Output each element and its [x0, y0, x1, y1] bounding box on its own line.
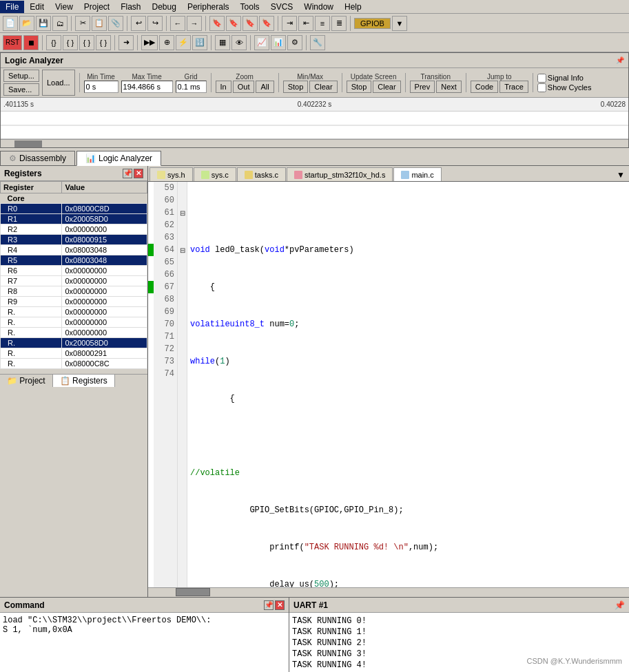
la-scrollbar[interactable] [1, 139, 628, 147]
indent2-button[interactable]: ≡ [315, 16, 330, 31]
table-row[interactable]: R. 0x00000000 [1, 328, 147, 338]
registers-pin-button[interactable]: 📌 [123, 169, 132, 178]
stop-button[interactable]: ⏹ [23, 35, 39, 50]
cursor-button[interactable]: ⊕ [159, 35, 174, 50]
menu-peripherals[interactable]: Peripherals [182, 1, 235, 13]
bookmark2-button[interactable]: 🔖 [226, 16, 241, 31]
table-row[interactable]: R1 0x200058D0 [1, 214, 147, 224]
extra1-button[interactable]: 🔧 [310, 35, 325, 50]
logic-button[interactable]: 📊 [271, 35, 286, 50]
brace2-button[interactable]: { } [63, 35, 78, 50]
gpiob-selector[interactable]: GPIOB [354, 18, 391, 29]
menu-file[interactable]: File [0, 1, 24, 13]
la-mintime-input[interactable] [84, 81, 118, 93]
la-minmax-stop-button[interactable]: Stop [283, 81, 309, 93]
la-minmax-clear-button[interactable]: Clear [309, 81, 337, 93]
new-button[interactable]: 📄 [3, 16, 18, 31]
brace4-button[interactable]: { } [96, 35, 111, 50]
table-row[interactable]: R0 0x08000C8D [1, 204, 147, 214]
bookmark-button[interactable]: 🔖 [209, 16, 225, 31]
run-to-button[interactable]: ▶▶ [141, 35, 158, 50]
outdent-button[interactable]: ⇤ [298, 16, 313, 31]
table-row[interactable]: R8 0x00000000 [1, 286, 147, 297]
more-button[interactable]: ⚙ [287, 35, 302, 50]
code-tab-main-c[interactable]: main.c [393, 167, 441, 181]
la-pin-icon[interactable]: 📌 [616, 56, 624, 64]
code-lines[interactable]: void led0_task(void*pvParameters) { vola… [187, 182, 629, 587]
table-row[interactable]: R. 0x08000291 [1, 348, 147, 359]
save-all-button[interactable]: 🗂 [52, 16, 68, 31]
tab-logic-analyzer[interactable]: 📊 Logic Analyzer [76, 151, 161, 166]
table-row[interactable]: R9 0x00000000 [1, 297, 147, 307]
paste-button[interactable]: 📎 [108, 16, 123, 31]
open-button[interactable]: 📂 [19, 16, 34, 31]
reset-button[interactable]: RST [3, 35, 22, 50]
brace1-button[interactable]: {} [46, 35, 61, 50]
reg-tab-project[interactable]: 📁 Project [0, 375, 53, 387]
table-row[interactable]: R. 0x08000C8C [1, 359, 147, 369]
cmd-content[interactable]: load "C:\\STM32\\project\\Freertos DEMO\… [0, 613, 289, 672]
nav-back-button[interactable]: ← [170, 16, 185, 31]
menu-project[interactable]: Project [79, 1, 115, 13]
bookmark4-button[interactable]: 🔖 [259, 16, 274, 31]
cmd-pin-button[interactable]: 📌 [264, 600, 274, 610]
bookmark3-button[interactable]: 🔖 [243, 16, 258, 31]
la-setup-button[interactable]: Setup... [3, 70, 39, 82]
code-editor-content[interactable]: 59 60 61 62 63 64 65 66 67 68 69 70 71 7… [148, 182, 629, 587]
registers-scroll[interactable]: Register Value Core R0 0x08000C8D R1 0x2… [0, 181, 147, 374]
menu-view[interactable]: View [50, 1, 79, 13]
table-row[interactable]: R. 0x00000000 [1, 307, 147, 317]
la-update-clear-button[interactable]: Clear [373, 81, 400, 93]
la-show-cycles-checkbox[interactable] [537, 83, 546, 92]
la-save-button[interactable]: Save... [3, 83, 39, 96]
menu-edit[interactable]: Edit [24, 1, 50, 13]
code-tab-tasks-c[interactable]: tasks.c [237, 167, 286, 181]
table-row[interactable]: R2 0x00000000 [1, 224, 147, 235]
trace-button[interactable]: 📈 [254, 35, 269, 50]
la-waveform[interactable] [1, 112, 628, 139]
la-scrollbar-thumb[interactable] [14, 140, 42, 147]
nav-fwd-button[interactable]: → [187, 16, 202, 31]
menu-svcs[interactable]: SVCS [265, 1, 299, 13]
la-jumpto-trace-button[interactable]: Trace [499, 81, 528, 93]
arrow-right-button[interactable]: ➜ [118, 35, 134, 50]
la-transition-next-button[interactable]: Next [436, 81, 462, 93]
menu-window[interactable]: Window [298, 1, 339, 13]
cmd-close-button[interactable]: ✕ [275, 600, 285, 610]
la-grid-input[interactable] [176, 81, 207, 93]
table-row[interactable]: R6 0x00000000 [1, 266, 147, 276]
table-row[interactable]: R5 0x08003048 [1, 255, 147, 266]
code-tab-startup[interactable]: startup_stm32f10x_hd.s [287, 167, 393, 181]
undo-button[interactable]: ↩ [131, 16, 146, 31]
code-tab-sys-c[interactable]: sys.c [194, 167, 236, 181]
step2-button[interactable]: 🔢 [192, 35, 207, 50]
table-row[interactable]: R. 0x200058D0 [1, 338, 147, 348]
watch-button[interactable]: 👁 [231, 35, 247, 50]
la-zoom-out-button[interactable]: Out [233, 81, 255, 93]
indent-button[interactable]: ⇥ [282, 16, 297, 31]
menu-flash[interactable]: Flash [115, 1, 146, 13]
table-row[interactable]: R4 0x08003048 [1, 245, 147, 255]
display-button[interactable]: ▦ [215, 35, 230, 50]
outdent2-button[interactable]: ≣ [331, 16, 347, 31]
code-tab-dropdown[interactable]: ▼ [614, 169, 628, 181]
fold-64[interactable]: ⊟ [178, 244, 187, 256]
la-zoom-in-button[interactable]: In [216, 81, 231, 93]
la-transition-prev-button[interactable]: Prev [410, 81, 435, 93]
code-hscrollbar[interactable] [148, 587, 629, 597]
la-jumpto-code-button[interactable]: Code [471, 81, 498, 93]
reg-tab-registers[interactable]: 📋 Registers [53, 375, 115, 387]
menu-help[interactable]: Help [339, 1, 367, 13]
brace3-button[interactable]: { } [79, 35, 94, 50]
step-button[interactable]: ⚡ [176, 35, 191, 50]
la-load-button[interactable]: Load... [42, 70, 75, 96]
registers-close-button[interactable]: ✕ [134, 169, 143, 178]
menu-tools[interactable]: Tools [235, 1, 265, 13]
code-hscroll-thumb[interactable] [176, 588, 210, 596]
copy-button[interactable]: 📋 [92, 16, 107, 31]
la-zoom-all-button[interactable]: All [256, 81, 274, 93]
menu-debug[interactable]: Debug [147, 1, 182, 13]
la-signal-info-checkbox[interactable] [537, 74, 546, 83]
table-row[interactable]: R7 0x00000000 [1, 276, 147, 286]
uart-pin-icon[interactable]: 📌 [615, 600, 625, 610]
